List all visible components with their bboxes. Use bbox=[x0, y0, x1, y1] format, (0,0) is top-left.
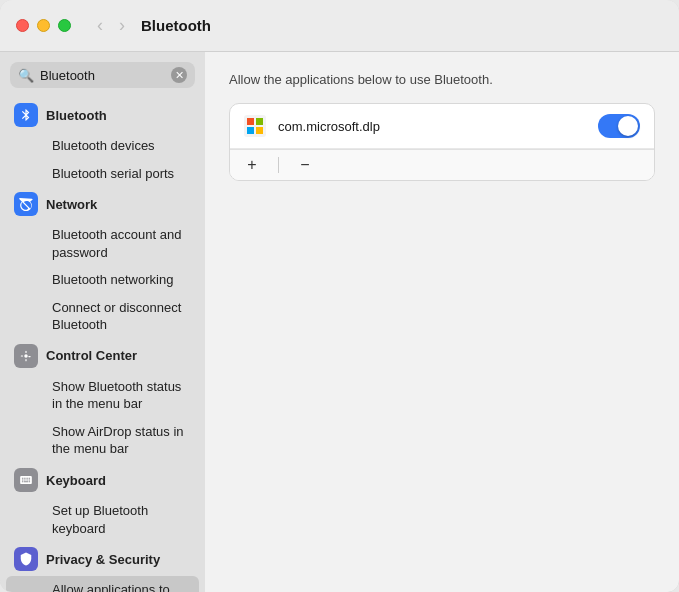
app-name: com.microsoft.dlp bbox=[278, 119, 586, 134]
description-text: Allow the applications below to use Blue… bbox=[229, 72, 655, 87]
add-app-button[interactable]: + bbox=[240, 154, 264, 176]
sidebar-section-network-label: Network bbox=[46, 197, 97, 212]
nav-buttons: ‹ › bbox=[91, 13, 131, 38]
back-button[interactable]: ‹ bbox=[91, 13, 109, 38]
sidebar-item-keyboard[interactable]: Keyboard bbox=[0, 463, 205, 497]
svg-rect-3 bbox=[247, 127, 254, 134]
app-toggle[interactable] bbox=[598, 114, 640, 138]
sidebar-item-bluetooth-networking[interactable]: Bluetooth networking bbox=[6, 266, 199, 294]
sidebar-item-connect-disconnect[interactable]: Connect or disconnect Bluetooth bbox=[6, 294, 199, 339]
window: ‹ › Bluetooth 🔍 ✕ Bluetooth bbox=[0, 0, 679, 592]
sidebar-item-bluetooth-account[interactable]: Bluetooth account and password bbox=[6, 221, 199, 266]
sidebar-item-bluetooth-devices[interactable]: Bluetooth devices bbox=[6, 132, 199, 160]
traffic-lights bbox=[16, 19, 71, 32]
sidebar: 🔍 ✕ Bluetooth Bluetooth devices Bluetoot… bbox=[0, 52, 205, 592]
sidebar-item-network[interactable]: Network bbox=[0, 187, 205, 221]
sidebar-item-bluetooth[interactable]: Bluetooth bbox=[0, 98, 205, 132]
remove-app-button[interactable]: − bbox=[293, 154, 317, 176]
sidebar-section-bluetooth-label: Bluetooth bbox=[46, 108, 107, 123]
close-button[interactable] bbox=[16, 19, 29, 32]
svg-rect-1 bbox=[247, 118, 254, 125]
bluetooth-icon bbox=[14, 103, 38, 127]
maximize-button[interactable] bbox=[58, 19, 71, 32]
app-icon bbox=[244, 115, 266, 137]
sidebar-section-control-center-label: Control Center bbox=[46, 348, 137, 363]
svg-rect-4 bbox=[256, 127, 263, 134]
search-clear-button[interactable]: ✕ bbox=[171, 67, 187, 83]
sidebar-item-show-airdrop-status[interactable]: Show AirDrop status in the menu bar bbox=[6, 418, 199, 463]
forward-button[interactable]: › bbox=[113, 13, 131, 38]
network-icon bbox=[14, 192, 38, 216]
sidebar-item-bluetooth-serial-ports[interactable]: Bluetooth serial ports bbox=[6, 160, 199, 188]
add-remove-row: + − bbox=[230, 149, 654, 180]
separator bbox=[278, 157, 279, 173]
keyboard-icon bbox=[14, 468, 38, 492]
sidebar-item-show-bluetooth-status[interactable]: Show Bluetooth status in the menu bar bbox=[6, 373, 199, 418]
content-area: 🔍 ✕ Bluetooth Bluetooth devices Bluetoot… bbox=[0, 52, 679, 592]
control-center-icon bbox=[14, 344, 38, 368]
search-icon: 🔍 bbox=[18, 68, 34, 83]
titlebar: ‹ › Bluetooth bbox=[0, 0, 679, 52]
table-row: com.microsoft.dlp bbox=[230, 104, 654, 149]
svg-rect-2 bbox=[256, 118, 263, 125]
sidebar-section-keyboard-label: Keyboard bbox=[46, 473, 106, 488]
svg-point-0 bbox=[24, 354, 28, 358]
minimize-button[interactable] bbox=[37, 19, 50, 32]
sidebar-item-allow-bluetooth-apps[interactable]: Allow applications to access Bluetooth bbox=[6, 576, 199, 592]
app-list: com.microsoft.dlp + − bbox=[229, 103, 655, 181]
sidebar-item-control-center[interactable]: Control Center bbox=[0, 339, 205, 373]
sidebar-item-privacy-security[interactable]: Privacy & Security bbox=[0, 542, 205, 576]
search-input[interactable] bbox=[40, 68, 165, 83]
toggle-slider bbox=[598, 114, 640, 138]
window-title: Bluetooth bbox=[141, 17, 211, 34]
sidebar-item-setup-bluetooth-keyboard[interactable]: Set up Bluetooth keyboard bbox=[6, 497, 199, 542]
privacy-icon bbox=[14, 547, 38, 571]
search-bar: 🔍 ✕ bbox=[10, 62, 195, 88]
main-content: Allow the applications below to use Blue… bbox=[205, 52, 679, 592]
sidebar-section-privacy-label: Privacy & Security bbox=[46, 552, 160, 567]
